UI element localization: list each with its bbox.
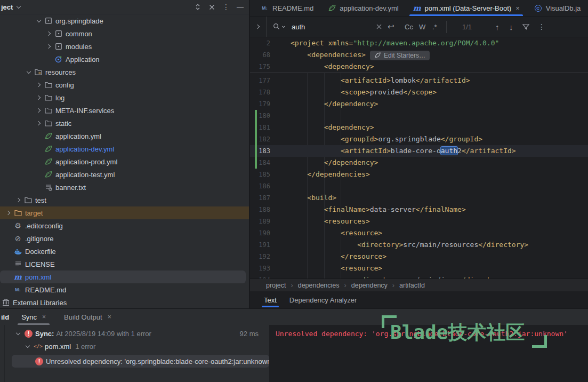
chevron-right-icon[interactable] bbox=[44, 28, 54, 39]
tree-item-org-springblade[interactable]: org.springblade bbox=[0, 14, 249, 27]
chevron-right-icon[interactable] bbox=[34, 105, 44, 116]
breadcrumb-item-artifactid[interactable]: artifactId bbox=[399, 282, 425, 289]
tree-item-test[interactable]: test bbox=[0, 194, 249, 206]
find-expand-toggle[interactable] bbox=[250, 17, 267, 37]
code-line-181[interactable]: 181 <dependency> bbox=[250, 122, 588, 133]
tree-item-log[interactable]: log bbox=[0, 91, 249, 104]
code-line-180[interactable]: 180 bbox=[250, 110, 588, 122]
tree-item-modules[interactable]: modules bbox=[0, 40, 249, 53]
tree-item-banner-txt[interactable]: banner.txt bbox=[0, 181, 249, 194]
match-case-toggle[interactable]: Cc bbox=[405, 17, 413, 37]
search-input[interactable]: auth bbox=[292, 17, 305, 37]
tree-item-dockerfile[interactable]: Dockerfile bbox=[0, 245, 249, 258]
tab-close-icon[interactable]: × bbox=[42, 313, 46, 321]
code-line-177[interactable]: 177 <artifactId>lombok</artifactId> bbox=[250, 75, 588, 86]
newline-icon[interactable]: ↩ bbox=[388, 17, 394, 37]
filter-icon[interactable] bbox=[522, 17, 530, 37]
clear-search-icon[interactable] bbox=[376, 17, 382, 37]
chevron-right-icon[interactable] bbox=[34, 92, 44, 104]
tree-item-application-dev-yml[interactable]: application-dev.yml bbox=[0, 142, 249, 155]
tree-item-gitignore[interactable]: ⊘.gitignore bbox=[0, 232, 249, 245]
tab-close-icon[interactable]: × bbox=[108, 313, 111, 321]
editor-tab-readme-md[interactable]: M↓README.md bbox=[253, 0, 320, 16]
code-line-193[interactable]: 193 <resource> bbox=[250, 262, 588, 274]
tree-item-config[interactable]: config bbox=[0, 78, 249, 91]
code-line-191[interactable]: 191 <directory>src/main/resources</direc… bbox=[250, 239, 588, 251]
tree-item-meta-inf-services[interactable]: META-INF.services bbox=[0, 104, 249, 117]
search-icon[interactable] bbox=[272, 17, 286, 37]
code-line-192[interactable]: 192 </resource> bbox=[250, 251, 588, 262]
chevron-down-icon[interactable] bbox=[24, 66, 34, 78]
build-result-tree: ! Sync: At 2025/8/19 14:09 with 1 error … bbox=[0, 325, 269, 382]
breadcrumb-item-dependencies[interactable]: dependencies bbox=[298, 282, 340, 289]
code-text: <groupId>org.springblade</groupId> bbox=[291, 133, 482, 145]
build-console[interactable]: Unresolved dependency: 'org.springblade:… bbox=[269, 325, 588, 382]
editor-tab-visualdb-ja[interactable]: CVisualDb.ja bbox=[527, 0, 588, 16]
code-line-175[interactable]: 175 <dependency> bbox=[250, 61, 588, 73]
breadcrumb-item-dependency[interactable]: dependency bbox=[351, 282, 388, 289]
code-line-185[interactable]: 185 </dependencies> bbox=[250, 169, 588, 180]
hide-panel-icon[interactable]: — bbox=[237, 3, 244, 11]
code-line-183[interactable]: 183 <artifactId>blade-core-oauth2</artif… bbox=[250, 145, 588, 157]
view-tab-text[interactable]: Text bbox=[257, 291, 283, 308]
expand-all-icon[interactable] bbox=[194, 3, 202, 11]
chevron-down-icon[interactable] bbox=[14, 1, 23, 13]
chevron-down-icon[interactable] bbox=[13, 328, 23, 339]
code-line-194[interactable]: 194 <directory>src/main/java</directory> bbox=[250, 274, 588, 278]
code-line-178[interactable]: 178 <scope>provided</scope> bbox=[250, 86, 588, 98]
code-line-2[interactable]: 2<project xmlns="http://maven.apache.org… bbox=[250, 37, 588, 49]
build-tab-sync[interactable]: Sync× bbox=[15, 309, 52, 325]
previous-match-icon[interactable]: ↑ bbox=[495, 17, 500, 37]
chevron-right-icon[interactable] bbox=[34, 79, 44, 91]
line-number: 182 bbox=[250, 133, 270, 145]
tree-item-external-libraries[interactable]: External Libraries bbox=[0, 296, 249, 308]
chevron-down-icon[interactable] bbox=[23, 340, 33, 352]
code-line-188[interactable]: 188 <finalName>data-server</finalName> bbox=[250, 204, 588, 216]
code-editor[interactable]: 2<project xmlns="http://maven.apache.org… bbox=[250, 37, 588, 278]
code-line-189[interactable]: 189 <resources> bbox=[250, 216, 588, 227]
regex-toggle[interactable]: .* bbox=[432, 17, 437, 37]
editor-tab-application-dev-yml[interactable]: application-dev.yml bbox=[320, 0, 405, 16]
code-line-184[interactable]: 184 </dependency> bbox=[250, 157, 588, 169]
tree-item-license[interactable]: LICENSE bbox=[0, 258, 249, 270]
code-line-186[interactable]: 186 bbox=[250, 180, 588, 192]
view-tab-dependency-analyzer[interactable]: Dependency Analyzer bbox=[283, 291, 363, 308]
code-line-190[interactable]: 190 <resource> bbox=[250, 227, 588, 239]
editor-tab-pom-xml-data-server-boot[interactable]: mpom.xml (Data-Server-Boot)× bbox=[406, 0, 527, 16]
search-options-icon[interactable]: ⋮ bbox=[538, 17, 545, 37]
chevron-down-icon[interactable] bbox=[34, 15, 44, 27]
tree-item-application-yml[interactable]: application.yml bbox=[0, 130, 249, 142]
tree-item-application-test-yml[interactable]: application-test.yml bbox=[0, 168, 249, 181]
chevron-right-icon[interactable] bbox=[14, 194, 23, 206]
tree-item-application-prod-yml[interactable]: application-prod.yml bbox=[0, 155, 249, 168]
code-line-182[interactable]: 182 <groupId>org.springblade</groupId> bbox=[250, 133, 588, 145]
code-line-187[interactable]: 187 <build> bbox=[250, 192, 588, 204]
next-match-icon[interactable]: ↓ bbox=[509, 17, 513, 37]
chevron-right-icon[interactable] bbox=[4, 207, 13, 219]
more-options-icon[interactable]: ⋮ bbox=[222, 3, 230, 11]
collapse-all-icon[interactable] bbox=[208, 4, 215, 11]
tree-item-label: application-dev.yml bbox=[55, 145, 114, 153]
error-message-row[interactable]: ! Unresolved dependency: 'org.springblad… bbox=[12, 355, 269, 368]
code-line-68[interactable]: 68 <dependencies>Edit Starters… bbox=[250, 49, 588, 61]
sync-result-row[interactable]: ! Sync: At 2025/8/19 14:09 with 1 error … bbox=[0, 327, 269, 340]
tree-item-application[interactable]: Application bbox=[0, 53, 249, 66]
tree-item-common[interactable]: common bbox=[0, 27, 249, 40]
license-icon bbox=[13, 260, 22, 268]
breadcrumb-item-project[interactable]: project bbox=[266, 282, 286, 289]
tab-close-icon[interactable]: × bbox=[515, 4, 520, 12]
chevron-right-icon[interactable] bbox=[34, 117, 44, 129]
tree-item-editorconfig[interactable]: ⚙.editorconfig bbox=[0, 219, 249, 232]
words-toggle[interactable]: W bbox=[419, 17, 425, 37]
tree-item-resources[interactable]: resources bbox=[0, 66, 249, 78]
tree-item-target[interactable]: target bbox=[0, 206, 249, 219]
pom-file-row[interactable]: </> pom.xml 1 error bbox=[0, 340, 269, 353]
chevron-right-icon[interactable] bbox=[44, 41, 54, 52]
tree-item-pom-xml[interactable]: mpom.xml bbox=[0, 270, 246, 283]
code-line-179[interactable]: 179 </dependency> bbox=[250, 98, 588, 110]
edit-starters-inlay[interactable]: Edit Starters… bbox=[370, 51, 430, 60]
tree-item-readme-md[interactable]: M↓README.md bbox=[0, 283, 249, 296]
build-tab-build-output[interactable]: Build Output× bbox=[58, 309, 117, 325]
indent-spacer bbox=[4, 220, 13, 232]
tree-item-static[interactable]: static bbox=[0, 117, 249, 130]
